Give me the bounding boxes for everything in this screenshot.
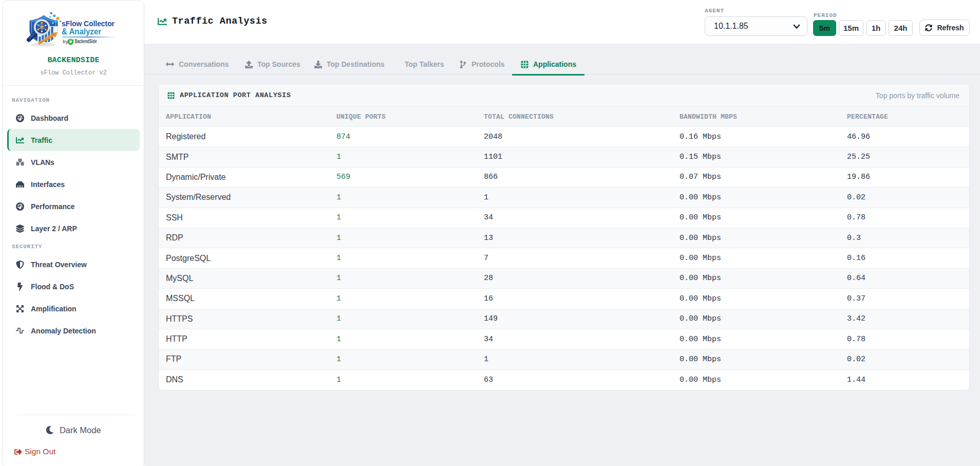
svg-text:& Analyzer: & Analyzer bbox=[62, 27, 102, 36]
svg-text:BackendSide: BackendSide bbox=[74, 39, 97, 44]
